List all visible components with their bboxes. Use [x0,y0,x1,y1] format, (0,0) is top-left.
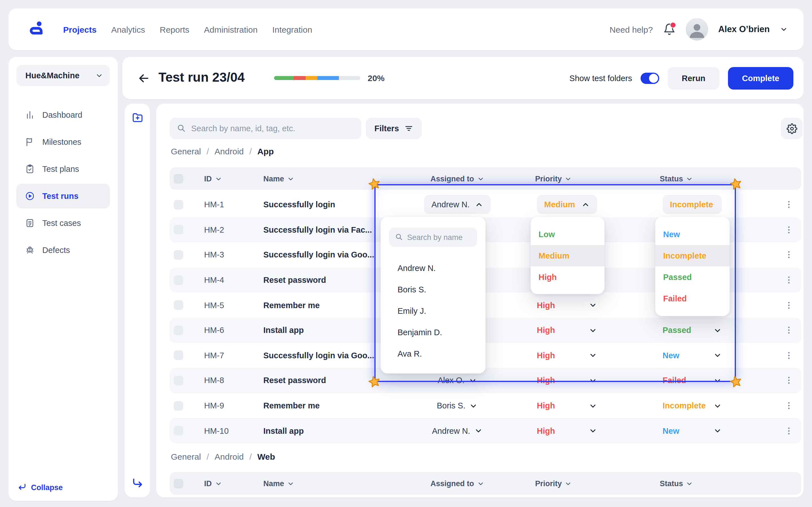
priority-value[interactable]: High [537,376,555,385]
row-actions-button[interactable] [781,293,796,318]
status-value[interactable]: Failed [663,376,686,385]
nav-link-projects[interactable]: Projects [63,24,96,34]
assignee-value[interactable]: Alex O. [438,376,464,385]
assignee-option[interactable]: Ava R. [380,343,486,364]
row-name[interactable]: Successfully login [263,192,433,217]
row-name[interactable]: Install app [263,418,433,443]
priority-option-high[interactable]: High [530,267,605,288]
status-value[interactable]: Passed [663,326,691,335]
nav-link-analytics[interactable]: Analytics [111,24,145,34]
row-checkbox[interactable] [174,351,183,360]
row-checkbox[interactable] [174,200,183,210]
collapse-button[interactable]: Collapse [17,483,63,492]
sidebar-item-test-runs[interactable]: Test runs [16,184,110,209]
sidebar-item-test-cases[interactable]: Test cases [16,211,110,235]
row-checkbox[interactable] [174,376,183,385]
row-checkbox[interactable] [174,225,183,235]
breadcrumb-android[interactable]: Android [214,452,244,461]
assignee-option[interactable]: Boris S. [380,279,486,300]
table-row[interactable]: HM-6 Install app High Passed [170,318,801,343]
priority-option-low[interactable]: Low [530,224,605,245]
row-checkbox[interactable] [174,275,183,285]
rerun-button[interactable]: Rerun [668,67,719,89]
column-header-assigned-to[interactable]: Assigned to [418,472,497,495]
priority-value[interactable]: High [537,351,555,360]
priority-value[interactable]: High [537,426,555,435]
priority-value[interactable]: High [537,300,555,309]
priority-option-medium[interactable]: Medium [530,245,605,267]
column-header-status[interactable]: Status [660,167,693,190]
search-input[interactable] [170,118,361,139]
table-row[interactable]: HM-10 Install app Andrew N. High New [170,418,801,443]
row-actions-button[interactable] [781,368,796,393]
row-actions-button[interactable] [781,418,796,443]
row-checkbox[interactable] [174,401,183,410]
selection-handle-icon[interactable] [727,373,745,391]
need-help-link[interactable]: Need help? [610,24,653,34]
back-arrow-icon[interactable] [137,71,151,85]
row-actions-button[interactable] [781,318,796,343]
chevron-down-icon[interactable] [780,25,788,33]
column-header-assigned-to[interactable]: Assigned to [418,167,497,190]
column-header-priority[interactable]: Priority [535,167,572,190]
row-checkbox[interactable] [174,250,183,260]
assignee-option[interactable]: Andrew N. [380,258,486,279]
table-row[interactable]: HM-7 Successfully login via Goo... High … [170,343,801,368]
row-checkbox[interactable] [174,426,183,436]
status-value[interactable]: Incomplete [663,401,706,410]
status-option-failed[interactable]: Failed [655,288,730,309]
table-row[interactable]: HM-1 Successfully login Andrew N. Medium… [170,192,801,217]
assignee-option[interactable]: Benjamin D. [380,322,486,343]
row-actions-button[interactable] [781,268,796,293]
row-actions-button[interactable] [781,393,796,418]
row-checkbox[interactable] [174,300,183,310]
row-actions-button[interactable] [781,242,796,267]
status-option-new[interactable]: New [655,224,730,245]
selection-handle-icon[interactable] [366,373,383,391]
assignee-chip[interactable]: Andrew N. [424,195,491,214]
selection-handle-icon[interactable] [366,175,383,193]
selection-handle-icon[interactable] [727,175,745,193]
status-option-incomplete[interactable]: Incomplete [655,245,730,267]
notifications-bell-icon[interactable] [663,23,675,36]
add-folder-icon[interactable] [131,112,144,124]
assignee-search-input[interactable] [389,228,477,247]
row-actions-button[interactable] [781,192,796,217]
select-all-checkbox[interactable] [174,174,183,183]
assignee-option[interactable]: Emily J. [380,300,486,322]
priority-value[interactable]: High [537,401,555,410]
column-header-id[interactable]: ID [204,472,222,495]
table-row[interactable]: HM-8 Reset password Alex O. High Failed [170,368,801,393]
priority-chip[interactable]: Medium [537,195,597,214]
column-header-name[interactable]: Name [263,472,294,495]
user-name[interactable]: Alex O’brien [718,24,770,34]
avatar[interactable] [686,18,708,41]
table-row[interactable]: HM-9 Remember me Boris S. High Incomplet… [170,393,801,418]
row-actions-button[interactable] [781,343,796,368]
nav-link-integration[interactable]: Integration [272,24,312,34]
assignee-value[interactable]: Boris S. [437,401,465,410]
row-name[interactable]: Remember me [263,393,433,418]
sidebar-item-dashboard[interactable]: Dashboard [16,103,110,127]
table-settings-button[interactable] [781,118,802,139]
sidebar-item-milestones[interactable]: Milestones [16,129,110,154]
column-header-status[interactable]: Status [660,472,693,495]
status-value[interactable]: New [663,351,679,360]
sidebar-item-defects[interactable]: Defects [16,238,110,263]
nav-link-reports[interactable]: Reports [160,24,189,34]
priority-value[interactable]: High [537,326,555,335]
column-header-priority[interactable]: Priority [535,472,572,495]
status-chip[interactable]: Incomplete [663,195,722,214]
project-select[interactable]: Hue&Machine [16,65,110,86]
row-checkbox[interactable] [174,326,183,335]
breadcrumb-android[interactable]: Android [214,147,244,156]
filters-button[interactable]: Filters [366,118,421,139]
select-all-checkbox[interactable] [174,478,183,488]
show-test-folders-toggle[interactable] [641,72,659,83]
column-header-name[interactable]: Name [263,167,294,190]
corner-down-right-icon[interactable] [131,477,144,490]
breadcrumb-general[interactable]: General [171,452,201,461]
sidebar-item-test-plans[interactable]: Test plans [16,157,110,181]
breadcrumb-general[interactable]: General [171,147,201,156]
assignee-value[interactable]: Andrew N. [432,426,470,435]
